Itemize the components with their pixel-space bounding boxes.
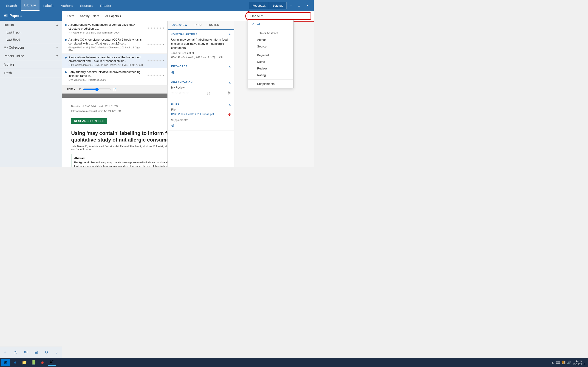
star-2[interactable]: ★ [150, 74, 153, 77]
star-1[interactable]: ★ [147, 74, 150, 77]
star-2[interactable]: ★ [150, 59, 153, 62]
article-journal: BMC Public Health, 2011 vol. 11 (1) p. 7… [171, 56, 231, 59]
journal-article-title: JOURNAL ARTICLE [171, 33, 198, 35]
dropdown-item-supplements[interactable]: Supplements [248, 81, 293, 87]
pdf-button[interactable]: PDF ▾ [65, 86, 78, 92]
nav-search[interactable]: Search [2, 0, 21, 11]
table-row[interactable]: Brain-searchingside in chocolate... [62, 83, 167, 85]
circle-action-icon[interactable]: ◎ [207, 91, 210, 96]
collapse-icon[interactable]: ∧ [229, 32, 231, 36]
dropdown-item-source[interactable]: Source [248, 43, 293, 50]
dropdown-rating-label: Rating [257, 73, 266, 77]
list-view-button[interactable]: List ▾ [65, 13, 76, 19]
table-row[interactable]: Baby-friendly hospital initiative improv… [62, 68, 167, 83]
file-name-link[interactable]: BMC Public Health 2011 Lucas.pdf [171, 113, 214, 116]
nav-reader[interactable]: Reader [96, 0, 115, 11]
star-1[interactable]: ★ [147, 59, 150, 62]
star-5[interactable]: ★ [159, 43, 162, 46]
star-3[interactable]: ★ [153, 59, 156, 62]
dropdown-item-rating[interactable]: Rating [248, 72, 293, 78]
remove-file-button[interactable]: ⊖ [228, 112, 231, 117]
table-row[interactable]: Associations between characteristics of … [62, 54, 167, 69]
star-1[interactable]: ★ [147, 27, 150, 30]
sidebar-papers-online-header[interactable]: Papers Online ∨ [0, 52, 62, 60]
tab-info[interactable]: INFO [191, 21, 205, 29]
table-row[interactable]: A comprehensive comparison of comparativ… [62, 21, 167, 36]
my-review-label: My Review [171, 86, 231, 89]
org-collapse-icon[interactable]: ∧ [229, 81, 231, 84]
sidebar-item-archive[interactable]: Archive [0, 60, 62, 69]
sort-button[interactable]: Sort by: Title ▾ [78, 13, 101, 19]
zoom-slider[interactable] [83, 88, 111, 91]
nav-library[interactable]: Library [21, 0, 40, 11]
star-1[interactable]: ★ [147, 43, 150, 46]
star-4[interactable]: ★ [156, 59, 159, 62]
find-all-button[interactable]: Find All ▾ [248, 12, 265, 20]
paper-stars[interactable]: ★ ★ ★ ★ ★ ⚑ [147, 38, 164, 52]
flag-icon[interactable]: ⚑ [162, 59, 164, 62]
star-5[interactable]: ★ [159, 27, 162, 30]
page-copy-icon: 📄 [112, 88, 116, 91]
pdf-viewer[interactable]: BMC Public Health Barnett et al. BMC Pub… [62, 94, 167, 167]
sidebar-item-last-read[interactable]: Last Read [0, 36, 62, 43]
list-chevron-icon: ▾ [72, 14, 74, 18]
minimize-button[interactable]: ─ [287, 1, 295, 10]
sidebar: All Papers Recent ∧ Last Import Last Rea… [0, 11, 62, 167]
settings-button[interactable]: Settings [269, 2, 287, 9]
sidebar-item-trash[interactable]: Trash [0, 69, 62, 77]
feedback-button[interactable]: Feedback [249, 2, 269, 9]
star-4[interactable]: ★ [156, 74, 159, 77]
star-3[interactable]: ★ [153, 27, 156, 30]
keywords-collapse-icon[interactable]: ∧ [229, 65, 231, 68]
sidebar-collections-header[interactable]: My Collections ∨ [0, 43, 62, 52]
files-section: FILES ∧ File: BMC Public Health 2011 Luc… [168, 100, 234, 131]
star-5[interactable]: ★ [159, 74, 162, 77]
star-4[interactable]: ★ [156, 27, 159, 30]
review-star-2[interactable]: ☆ [175, 91, 178, 95]
flag-icon[interactable]: ⚑ [162, 74, 164, 77]
close-button[interactable]: ✕ [303, 1, 311, 10]
flag-icon[interactable]: ⚑ [162, 43, 164, 46]
tab-notes[interactable]: NOTES [205, 21, 223, 29]
flag-action-icon[interactable]: ⚑ [227, 91, 231, 96]
maximize-button[interactable]: □ [295, 1, 303, 10]
dropdown-item-review[interactable]: Review [248, 65, 293, 72]
star-5[interactable]: ★ [159, 59, 162, 62]
review-star-1[interactable]: ☆ [171, 91, 174, 95]
sidebar-item-last-import[interactable]: Last Import [0, 29, 62, 36]
paper-info: Baby-friendly hospital initiative improv… [69, 70, 145, 81]
table-row[interactable]: A stable CC-chemokine receptor (CCR)-5 t… [62, 36, 167, 54]
paper-stars[interactable]: ★ ★ ★ ★ ★ ⚑ [147, 56, 164, 67]
review-star-4[interactable]: ☆ [182, 91, 185, 95]
nav-right: Feedback Settings ─ □ ✕ [249, 1, 311, 10]
paper-stars[interactable]: ★ ★ ★ ★ ★ ⚑ [147, 70, 164, 81]
files-collapse-icon[interactable]: ∧ [229, 103, 231, 106]
star-4[interactable]: ★ [156, 43, 159, 46]
dropdown-item-title-abstract[interactable]: Title or Abstract [248, 30, 293, 36]
tab-overview[interactable]: OVERVIEW [168, 21, 191, 30]
nav-sources[interactable]: Sources [76, 0, 96, 11]
add-supplement-button[interactable]: ⊕ [171, 123, 231, 128]
filter-button[interactable]: All Papers ▾ [103, 13, 123, 19]
nav-labels[interactable]: Labels [40, 0, 57, 11]
star-3[interactable]: ★ [153, 43, 156, 46]
add-keyword-button[interactable]: ⊕ [171, 70, 231, 75]
paper-info: A stable CC-chemokine receptor (CCR)-5 t… [69, 38, 145, 52]
star-2[interactable]: ★ [150, 27, 153, 30]
review-star-3[interactable]: ☆ [179, 91, 182, 95]
dropdown-item-notes[interactable]: Notes [248, 58, 293, 65]
sidebar-recent-header[interactable]: Recent ∧ [0, 21, 62, 29]
unread-indicator [65, 24, 67, 26]
find-all-input[interactable] [265, 12, 311, 20]
dropdown-item-all[interactable]: ✓ All [248, 21, 293, 28]
review-stars[interactable]: ☆ ☆ ☆ ☆ ☆ [171, 91, 189, 95]
paper-stars[interactable]: ★ ★ ★ ★ ★ ⚑ [147, 23, 164, 34]
star-2[interactable]: ★ [150, 43, 153, 46]
review-star-5[interactable]: ☆ [186, 91, 189, 95]
star-3[interactable]: ★ [153, 74, 156, 77]
dropdown-item-author[interactable]: Author [248, 36, 293, 43]
nav-authors[interactable]: Authors [57, 0, 77, 11]
dropdown-item-keyword[interactable]: Keyword [248, 52, 293, 58]
flag-icon[interactable]: ⚑ [162, 27, 164, 30]
paper-authors: Giorgio Palù et al. [69, 46, 88, 49]
